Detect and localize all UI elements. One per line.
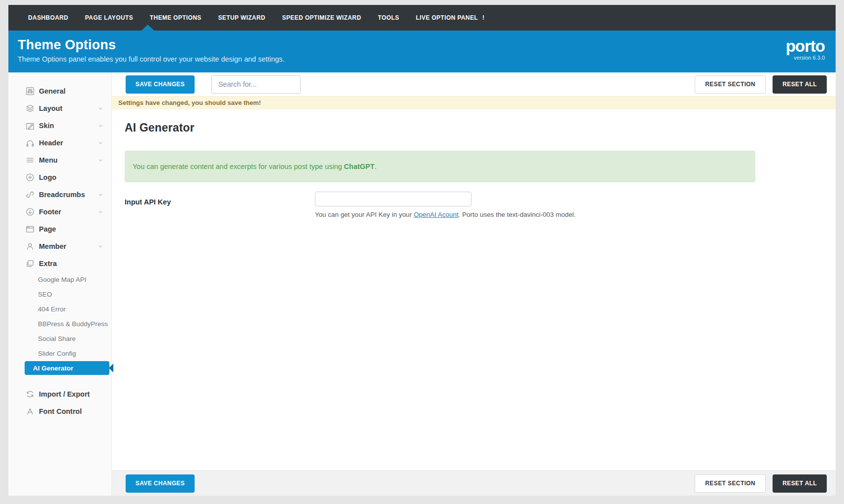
reset-section-button[interactable]: RESET SECTION <box>695 75 766 94</box>
reset-section-button-bottom[interactable]: RESET SECTION <box>695 474 766 493</box>
sidebar-item-label: Member <box>39 242 67 250</box>
sidebar-item-label: Layout <box>39 104 63 112</box>
sidebar-subitem-social-share[interactable]: Social Share <box>8 331 111 346</box>
section-heading: AI Generator <box>125 121 755 134</box>
page-title: Theme Options <box>18 37 826 53</box>
headphones-icon <box>26 138 34 147</box>
plus-circle-icon <box>26 173 34 182</box>
chevron-down-icon <box>98 122 103 130</box>
sidebar-subitem-404-error[interactable]: 404 Error <box>8 302 111 316</box>
sidebar-item-layout[interactable]: Layout <box>8 100 111 117</box>
nav-item-page-layouts[interactable]: PAGE LAYOUTS <box>77 5 141 31</box>
nav-item-setup-wizard[interactable]: SETUP WIZARD <box>210 5 274 31</box>
nav-item-speed-optimize-wizard[interactable]: SPEED OPTIMIZE WIZARD <box>274 5 370 31</box>
sidebar-item-page[interactable]: Page <box>8 220 111 237</box>
version-label: version 6.3.0 <box>786 55 825 61</box>
sidebar-item-skin[interactable]: Skin <box>8 117 111 134</box>
sidebar-subitem-ai-generator[interactable]: AI Generator <box>25 361 109 375</box>
page-subtitle: Theme Options panel enables you full con… <box>18 55 826 63</box>
alert-badge: ! <box>482 14 484 21</box>
sidebar-item-import-export[interactable]: Import / Export <box>8 385 111 403</box>
nav-item-live-option-panel[interactable]: LIVE OPTION PANEL! <box>407 5 493 31</box>
sidebar-item-font-control[interactable]: Font Control <box>8 403 111 420</box>
sidebar-subitem-slider-config[interactable]: Slider Config <box>8 346 111 361</box>
sidebar-item-label: Header <box>39 139 63 147</box>
chevron-down-icon <box>98 191 103 199</box>
sidebar-subitem-label: Slider Config <box>38 350 76 357</box>
layers-icon <box>26 104 34 113</box>
api-key-row: Input API Key You can get your API Key i… <box>125 192 755 218</box>
bottom-toolbar: SAVE CHANGES RESET SECTION RESET ALL <box>112 470 836 496</box>
menu-icon <box>26 156 34 165</box>
sidebar-item-extra[interactable]: Extra <box>8 255 111 272</box>
option-section: AI Generator You can generate content an… <box>112 109 836 470</box>
chevron-down-icon <box>98 208 103 216</box>
active-tab-pointer <box>141 25 154 31</box>
sidebar-item-label: Page <box>39 225 56 233</box>
nav-item-label: SPEED OPTIMIZE WIZARD <box>282 14 361 21</box>
api-key-control: You can get your API Key in your OpenAI … <box>315 192 575 218</box>
save-changes-button[interactable]: SAVE CHANGES <box>126 75 195 94</box>
nav-item-label: DASHBOARD <box>28 14 68 21</box>
chevron-down-icon <box>98 105 103 113</box>
sidebar-item-label: Import / Export <box>39 390 90 398</box>
sidebar-item-label: Menu <box>39 156 58 164</box>
copy-icon <box>26 259 34 268</box>
sidebar-item-label: General <box>39 87 66 95</box>
nav-item-dashboard[interactable]: DASHBOARD <box>20 5 77 31</box>
sidebar-subitem-label: Social Share <box>38 335 76 342</box>
selected-item-pointer <box>109 364 113 372</box>
edit-icon <box>26 121 34 130</box>
reset-all-button[interactable]: RESET ALL <box>773 75 827 94</box>
save-changes-button-bottom[interactable]: SAVE CHANGES <box>126 474 195 493</box>
info-text: You can generate content and excerpts fo… <box>133 163 376 170</box>
sidebar-subitem-bbpress-buddypress[interactable]: BBPress & BuddyPress <box>8 316 111 331</box>
content-wrapper: GeneralLayoutSkinHeaderMenuLogoBreadcrum… <box>8 72 836 496</box>
reset-all-button-bottom[interactable]: RESET ALL <box>773 474 827 493</box>
nav-item-tools[interactable]: TOOLS <box>370 5 407 31</box>
api-key-input[interactable] <box>315 192 472 206</box>
sidebar-subitem-google-map-api[interactable]: Google Map API <box>8 272 111 287</box>
chevron-down-icon <box>98 243 103 251</box>
sidebar-subitem-label: Google Map API <box>38 276 86 283</box>
chevron-down-icon <box>98 157 103 165</box>
sidebar-subitem-label: 404 Error <box>38 305 66 313</box>
nav-item-label: THEME OPTIONS <box>150 14 202 21</box>
porto-logo-text: porto <box>786 38 825 54</box>
sidebar-subitem-label: AI Generator <box>33 365 73 372</box>
hero-banner: Theme Options Theme Options panel enable… <box>8 31 836 72</box>
sidebar-item-label: Footer <box>39 208 61 216</box>
font-icon <box>26 407 34 416</box>
sidebar-item-label: Font Control <box>39 407 82 415</box>
openai-account-link[interactable]: OpenAI Acount <box>414 211 459 218</box>
user-icon <box>26 242 34 251</box>
link-icon <box>26 190 34 199</box>
sidebar-item-breadcrumbs[interactable]: Breadcrumbs <box>8 186 111 203</box>
sidebar-item-general[interactable]: General <box>8 82 111 100</box>
sidebar-item-menu[interactable]: Menu <box>8 151 111 168</box>
arrow-down-circle-icon <box>26 207 34 216</box>
sliders-icon <box>26 87 34 96</box>
nav-item-label: TOOLS <box>378 14 399 21</box>
sidebar-item-label: Skin <box>39 122 54 130</box>
sidebar-item-member[interactable]: Member <box>8 237 111 255</box>
search-input[interactable] <box>211 75 301 94</box>
sidebar-item-header[interactable]: Header <box>8 134 111 151</box>
top-toolbar: SAVE CHANGES RESET SECTION RESET ALL <box>112 72 836 96</box>
porto-logo: porto version 6.3.0 <box>786 38 825 61</box>
top-nav: DASHBOARDPAGE LAYOUTSTHEME OPTIONSSETUP … <box>8 5 836 31</box>
sidebar-item-logo[interactable]: Logo <box>8 168 111 186</box>
sidebar-item-label: Logo <box>39 173 56 181</box>
nav-item-label: SETUP WIZARD <box>218 14 266 21</box>
sidebar-subitem-label: SEO <box>38 291 52 298</box>
theme-options-panel: DASHBOARDPAGE LAYOUTSTHEME OPTIONSSETUP … <box>8 5 836 496</box>
page-icon <box>26 225 34 234</box>
refresh-icon <box>26 390 34 399</box>
sidebar-subitem-seo[interactable]: SEO <box>8 287 111 302</box>
main-column: SAVE CHANGES RESET SECTION RESET ALL Set… <box>112 72 836 496</box>
api-key-help: You can get your API Key in your OpenAI … <box>315 211 575 218</box>
info-message: You can generate content and excerpts fo… <box>125 151 755 182</box>
options-sidebar: GeneralLayoutSkinHeaderMenuLogoBreadcrum… <box>8 72 112 496</box>
chevron-down-icon <box>98 139 103 147</box>
sidebar-item-footer[interactable]: Footer <box>8 203 111 220</box>
